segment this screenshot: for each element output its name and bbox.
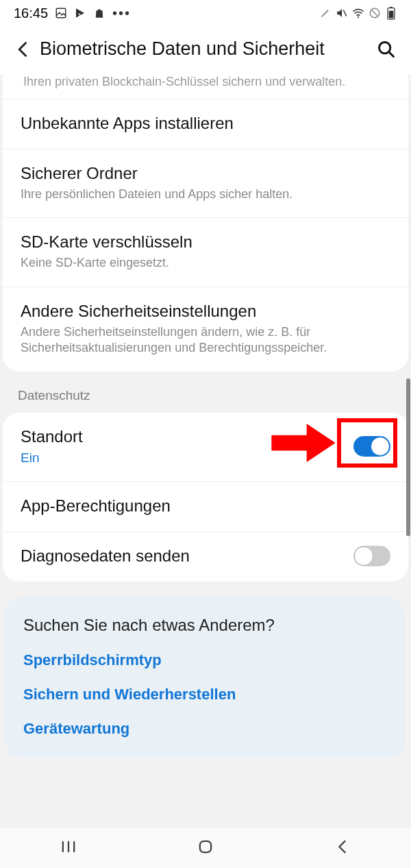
svg-rect-0	[56, 8, 66, 18]
svg-point-2	[358, 16, 359, 18]
svg-line-9	[389, 51, 394, 56]
setting-install-unknown-apps[interactable]: Unbekannte Apps installieren	[3, 99, 408, 149]
back-button[interactable]	[12, 40, 34, 59]
annotation-arrow-icon	[271, 424, 336, 462]
wifi-icon	[352, 7, 364, 19]
svg-rect-7	[389, 11, 394, 19]
suggestion-link-backup[interactable]: Sichern und Wiederherstellen	[23, 669, 388, 703]
setting-title: Sicherer Ordner	[21, 163, 390, 184]
search-button[interactable]	[374, 40, 399, 59]
setting-app-permissions[interactable]: App-Berechtigungen	[3, 481, 408, 531]
setting-send-diagnostics[interactable]: Diagnosedaten senden	[3, 531, 408, 581]
setting-title: Andere Sicherheitseinstellungen	[21, 301, 390, 322]
svg-line-1	[343, 10, 347, 16]
svg-line-4	[371, 10, 379, 17]
setting-subtitle: Ihre persönlichen Dateien und Apps siche…	[21, 184, 390, 202]
setting-title: Diagnosedaten senden	[21, 546, 190, 566]
suggestion-card: Suchen Sie nach etwas Anderem? Sperrbild…	[5, 598, 406, 758]
scroll-indicator[interactable]	[406, 378, 410, 536]
status-time: 16:45	[14, 5, 48, 21]
play-store-icon	[74, 7, 86, 19]
svg-rect-6	[390, 7, 392, 8]
suggestion-link-lockscreen[interactable]: Sperrbildschirmtyp	[23, 635, 388, 669]
recents-button[interactable]	[59, 837, 78, 859]
suggestion-title: Suchen Sie nach etwas Anderem?	[23, 616, 388, 635]
suggestion-link-device-care[interactable]: Gerätewartung	[23, 703, 388, 738]
annotation-highlight-box	[337, 418, 397, 468]
setting-other-security[interactable]: Andere Sicherheitseinstellungen Andere S…	[3, 287, 408, 372]
diagnostics-toggle[interactable]	[353, 546, 390, 566]
svg-rect-13	[200, 841, 211, 852]
page-title: Biometrische Daten und Sicherheit	[34, 38, 374, 60]
edit-icon	[319, 7, 332, 19]
setting-title: SD-Karte verschlüsseln	[21, 232, 390, 252]
setting-title: Unbekannte Apps installieren	[21, 113, 390, 134]
setting-subtitle: Keine SD-Karte eingesetzt.	[21, 252, 390, 271]
page-header: Biometrische Daten und Sicherheit	[0, 26, 411, 75]
no-sim-icon	[369, 7, 381, 19]
section-label-privacy: Datenschutz	[0, 372, 411, 413]
setting-title: Standort	[21, 426, 83, 447]
home-button[interactable]	[196, 837, 215, 859]
mute-icon	[336, 7, 348, 19]
navigation-bar	[0, 827, 411, 868]
nav-back-button[interactable]	[333, 837, 352, 859]
image-icon	[55, 7, 67, 19]
status-bar: 16:45 •••	[0, 0, 411, 26]
setting-encrypt-sd[interactable]: SD-Karte verschlüsseln Keine SD-Karte ei…	[3, 217, 408, 286]
more-icon: •••	[112, 5, 131, 21]
setting-secure-folder[interactable]: Sicherer Ordner Ihre persönlichen Dateie…	[3, 149, 408, 217]
setting-subtitle: Andere Sicherheitseinstellungen ändern, …	[21, 322, 390, 357]
battery-icon	[385, 7, 397, 19]
bag-icon	[93, 7, 105, 19]
setting-title: App-Berechtigungen	[21, 496, 390, 516]
truncated-description: Ihren privaten Blockchain-Schlüssel sich…	[5, 75, 406, 99]
setting-status: Ein	[21, 447, 83, 467]
setting-location[interactable]: Standort Ein	[3, 413, 408, 482]
